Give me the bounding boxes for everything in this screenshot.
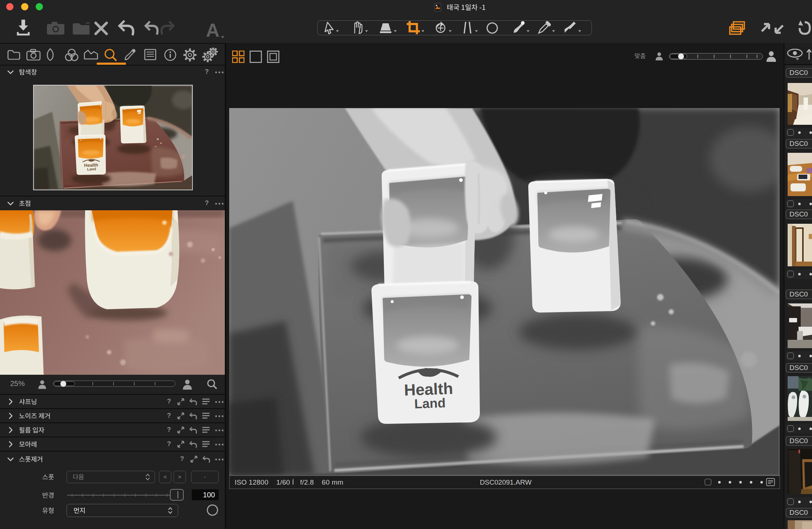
svg-text:Land: Land [414,395,446,411]
svg-text:Land: Land [87,167,96,171]
